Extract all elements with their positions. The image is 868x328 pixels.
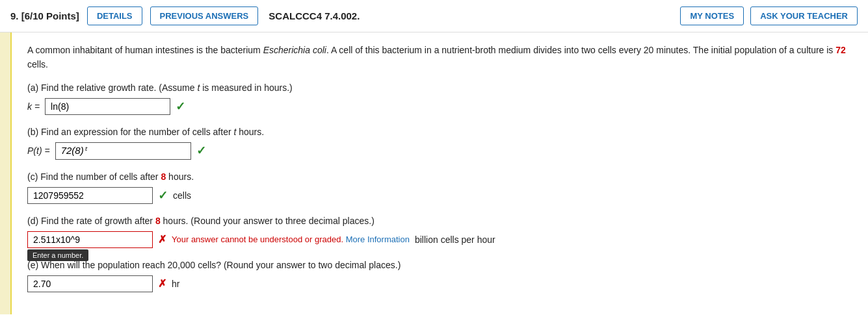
part-d-text-before: (d) Find the rate of growth after bbox=[27, 216, 155, 226]
right-buttons: MY NOTES ASK YOUR TEACHER bbox=[680, 6, 858, 25]
part-d-more-info-link[interactable]: More Information bbox=[346, 234, 410, 244]
initial-population: 72 bbox=[835, 45, 846, 55]
part-c-check-icon: ✓ bbox=[158, 188, 168, 203]
part-e-label: (e) When will the population reach 20,00… bbox=[27, 260, 852, 270]
content-area: A common inhabitant of human intestines … bbox=[12, 32, 868, 314]
part-d-text-after: hours. (Round your answer to three decim… bbox=[161, 216, 375, 226]
part-b-input[interactable] bbox=[55, 142, 191, 160]
part-a-label: (a) Find the relative growth rate. (Assu… bbox=[27, 82, 852, 93]
question-header: 9. [6/10 Points] DETAILS PREVIOUS ANSWER… bbox=[0, 0, 868, 32]
part-b-label: (b) Find an expression for the number of… bbox=[27, 127, 852, 137]
part-b: (b) Find an expression for the number of… bbox=[27, 127, 852, 160]
problem-text-after: . A cell of this bacterium in a nutrient… bbox=[326, 45, 835, 55]
yellow-sidebar bbox=[0, 32, 12, 314]
part-d-answer-row: Enter a number. ✗ Your answer cannot be … bbox=[27, 231, 852, 248]
part-d-cross-icon: ✗ bbox=[158, 233, 166, 246]
problem-text-before: A common inhabitant of human intestines … bbox=[27, 45, 263, 55]
part-d-hours: 8 bbox=[155, 216, 161, 226]
part-c: (c) Find the number of cells after 8 hou… bbox=[27, 171, 852, 204]
main-content: A common inhabitant of human intestines … bbox=[0, 32, 868, 314]
part-d-error-text: Your answer cannot be understood or grad… bbox=[172, 234, 343, 244]
part-e-cross-icon: ✗ bbox=[158, 277, 166, 290]
part-a-text: (a) Find the relative growth rate. (Assu… bbox=[27, 82, 197, 93]
part-b-pt-label: P(t) = bbox=[27, 145, 50, 156]
part-e-unit: hr bbox=[172, 279, 179, 289]
part-d-error-msg: Your answer cannot be understood or grad… bbox=[172, 234, 410, 244]
part-c-text-after: hours. bbox=[166, 171, 194, 182]
part-a-check-icon: ✓ bbox=[176, 99, 185, 114]
part-d-unit: billion cells per hour bbox=[415, 234, 495, 245]
part-e: (e) When will the population reach 20,00… bbox=[27, 260, 852, 292]
part-d-input-wrapper: Enter a number. bbox=[27, 231, 153, 248]
part-e-answer-row: ✗ hr bbox=[27, 275, 852, 292]
part-c-text-before: (c) Find the number of cells after bbox=[27, 171, 161, 182]
part-b-answer-row: P(t) = ✓ bbox=[27, 142, 852, 160]
part-a-label-end: is measured in hours.) bbox=[200, 82, 292, 93]
part-c-unit: cells bbox=[173, 190, 191, 201]
part-d-tooltip: Enter a number. bbox=[27, 249, 88, 261]
part-c-answer-row: ✓ cells bbox=[27, 187, 852, 204]
part-d: (d) Find the rate of growth after 8 hour… bbox=[27, 216, 852, 248]
part-c-input[interactable] bbox=[27, 187, 153, 204]
part-e-input[interactable] bbox=[27, 275, 153, 292]
problem-text-end: cells. bbox=[27, 59, 48, 69]
part-a-answer-row: k = ✓ bbox=[27, 98, 852, 115]
previous-answers-button[interactable]: PREVIOUS ANSWERS bbox=[150, 6, 259, 25]
part-b-text-after: hours. bbox=[236, 127, 264, 137]
bacterium-name: Escherichia coli bbox=[263, 45, 326, 55]
problem-text: A common inhabitant of human intestines … bbox=[27, 43, 852, 72]
details-button[interactable]: DETAILS bbox=[87, 6, 142, 25]
question-label: 9. [6/10 Points] bbox=[10, 10, 79, 21]
part-a: (a) Find the relative growth rate. (Assu… bbox=[27, 82, 852, 115]
part-d-input[interactable] bbox=[27, 231, 153, 248]
my-notes-button[interactable]: MY NOTES bbox=[680, 6, 744, 25]
part-b-text-before: (b) Find an expression for the number of… bbox=[27, 127, 233, 137]
ask-teacher-button[interactable]: ASK YOUR TEACHER bbox=[750, 6, 858, 25]
problem-code: SCALCCC4 7.4.002. bbox=[269, 10, 360, 21]
part-b-check-icon: ✓ bbox=[196, 144, 206, 158]
part-a-input[interactable] bbox=[45, 98, 170, 115]
part-d-label: (d) Find the rate of growth after 8 hour… bbox=[27, 216, 852, 226]
part-c-label: (c) Find the number of cells after 8 hou… bbox=[27, 171, 852, 182]
part-a-k-label: k = bbox=[27, 101, 40, 112]
